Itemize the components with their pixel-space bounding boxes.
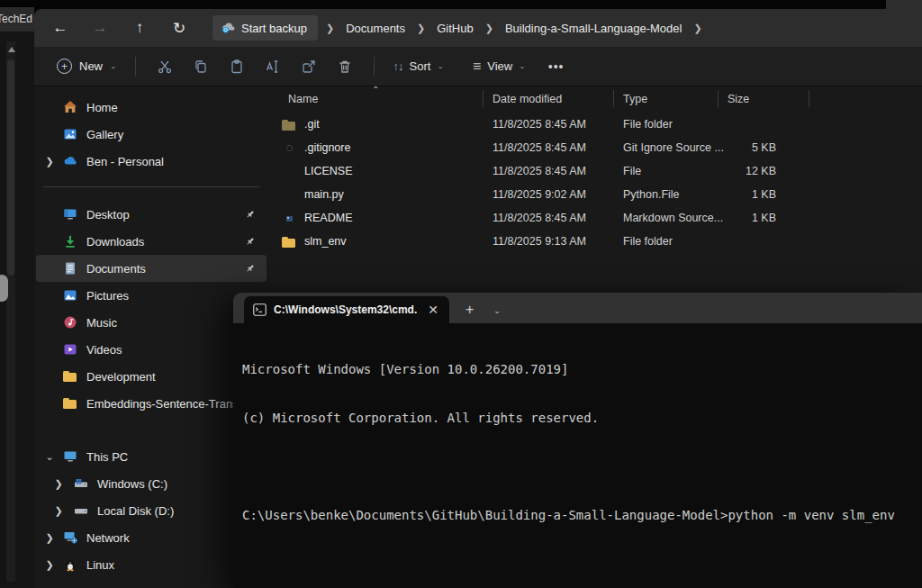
file-type: File [623, 165, 641, 177]
sidebar-item-documents[interactable]: Documents [36, 255, 267, 282]
file-date: 11/8/2025 8:45 AM [493, 212, 586, 224]
sidebar-label: Home [86, 101, 118, 114]
delete-button[interactable] [327, 52, 363, 81]
chevron-right-icon[interactable]: ❯ [52, 505, 65, 517]
cut-button[interactable] [147, 52, 183, 81]
file-name: README [304, 212, 352, 224]
sidebar-item-local-disk-d[interactable]: ❯ Local Disk (D:) [36, 497, 267, 524]
breadcrumb-item-documents[interactable]: Documents [342, 22, 409, 35]
file-date: 11/8/2025 8:45 AM [493, 118, 586, 131]
rename-button[interactable] [255, 52, 291, 81]
share-button[interactable] [291, 52, 327, 81]
file-row-git[interactable]: .git 11/8/2025 8:45 AM File folder [270, 113, 922, 137]
sidebar-item-pictures[interactable]: Pictures [36, 282, 267, 309]
file-row-readme[interactable]: README 11/8/2025 8:45 AM Markdown Source… [270, 207, 922, 231]
sidebar-item-network[interactable]: ❯ Network [36, 524, 267, 551]
sidebar-divider [43, 186, 259, 187]
up-button[interactable]: ↑ [124, 14, 155, 41]
desktop: { "background_window": { "title": "TechE… [0, 0, 922, 588]
pictures-icon [63, 288, 77, 303]
file-size: 1 KB [684, 212, 776, 224]
nav-buttons: ← → ↑ ↻ [45, 14, 194, 41]
network-icon [63, 530, 77, 545]
column-header-type[interactable]: Type [623, 93, 647, 105]
breadcrumb-trailing-chevron-icon[interactable]: ❯ [685, 23, 710, 34]
sidebar-label: Ben - Personal [86, 155, 164, 168]
sidebar-item-onedrive-personal[interactable]: ❯ Ben - Personal [36, 148, 267, 175]
music-icon [63, 315, 77, 330]
new-tab-button[interactable]: + [466, 302, 474, 318]
tab-dropdown-icon[interactable]: ⌄ [493, 306, 501, 315]
share-icon [301, 59, 317, 75]
sidebar-label: Gallery [86, 128, 123, 141]
column-header-date[interactable]: Date modified [493, 93, 562, 105]
sort-caret-icon: ⌄ [437, 63, 444, 70]
column-header-size[interactable]: Size [728, 93, 749, 105]
more-options-button[interactable]: ••• [548, 59, 565, 74]
close-tab-icon[interactable]: ✕ [424, 303, 442, 317]
new-button[interactable]: + New ⌄ [50, 53, 124, 79]
chevron-down-icon[interactable]: ⌄ [43, 451, 56, 463]
back-button[interactable]: ← [45, 14, 76, 41]
breadcrumb-onedrive-pill[interactable]: Start backup [212, 15, 318, 41]
terminal-line: C:\Users\benke\Documents\GitHub\Building… [242, 507, 922, 523]
breadcrumb-sep-icon: ❯ [477, 23, 502, 34]
sidebar-item-embeddings[interactable]: Embeddings-Sentence-Transformer [36, 390, 267, 417]
this-pc-icon [63, 449, 77, 464]
column-separator[interactable] [718, 90, 719, 107]
chevron-right-icon[interactable]: ❯ [43, 559, 56, 571]
file-row-gitignore[interactable]: .gitignore 11/8/2025 8:45 AM Git Ignore … [270, 137, 922, 160]
file-date: 11/8/2025 8:45 AM [493, 165, 586, 177]
sidebar-item-downloads[interactable]: Downloads [36, 228, 267, 255]
breadcrumb-sep-icon: ❯ [409, 23, 433, 34]
scroll-up-icon[interactable] [8, 47, 15, 52]
chevron-right-icon[interactable]: ❯ [43, 532, 56, 544]
chevron-right-icon[interactable]: ❯ [43, 156, 56, 167]
trash-icon [337, 59, 353, 75]
breadcrumb-item-repo[interactable]: Building-a-Small-Language-Model [502, 22, 686, 35]
refresh-icon: ↻ [173, 19, 185, 38]
sidebar-item-desktop[interactable]: Desktop [36, 201, 267, 228]
file-size: 12 KB [684, 165, 776, 177]
terminal-output[interactable]: Microsoft Windows [Version 10.0.26200.70… [233, 323, 922, 588]
pin-icon [245, 263, 256, 274]
sidebar-label: Videos [86, 343, 122, 357]
file-row-license[interactable]: LICENSE 11/8/2025 8:45 AM File 12 KB [270, 160, 922, 184]
refresh-button[interactable]: ↻ [164, 14, 194, 41]
file-type: File folder [623, 235, 673, 248]
column-separator[interactable] [483, 90, 484, 107]
column-header-name[interactable]: Name [288, 93, 318, 105]
breadcrumb-item-github[interactable]: GitHub [433, 22, 476, 35]
sidebar-item-development[interactable]: Development [36, 363, 267, 390]
column-separator[interactable] [613, 90, 614, 107]
sidebar-item-home[interactable]: Home [36, 94, 267, 121]
home-icon [63, 100, 77, 114]
new-caret-icon: ⌄ [110, 63, 117, 70]
sidebar-label: Documents [86, 262, 146, 276]
paste-button[interactable] [219, 52, 255, 81]
view-caret-icon: ⌄ [519, 63, 526, 70]
toolbar-divider [135, 57, 136, 77]
sidebar-item-windows-c[interactable]: ❯ Windows (C:) [36, 470, 267, 497]
sidebar-item-music[interactable]: Music [36, 309, 267, 336]
sidebar-item-videos[interactable]: Videos [36, 336, 267, 363]
copy-button[interactable] [183, 52, 219, 81]
windows-drive-icon [74, 476, 88, 491]
column-separator[interactable] [809, 90, 809, 107]
forward-button[interactable]: → [85, 14, 115, 41]
background-scrollbar-thumb[interactable] [7, 59, 14, 276]
terminal-tab-cmd[interactable]: C:\Windows\System32\cmd.e ✕ [244, 296, 449, 323]
file-list-header: ⌃ Name Date modified Type Size [270, 86, 922, 112]
chevron-right-icon[interactable]: ❯ [52, 478, 65, 490]
view-button[interactable]: ≡ View ⌄ [465, 53, 534, 80]
file-row-mainpy[interactable]: main.py 11/8/2025 9:02 AM Python.File 1 … [270, 184, 922, 207]
pin-icon [245, 209, 256, 220]
sidebar-item-linux[interactable]: ❯ Linux [36, 551, 267, 578]
file-row-slm-env[interactable]: slm_env 11/8/2025 9:13 AM File folder [270, 231, 922, 254]
background-window-titlebar: TechEd [0, 7, 34, 32]
sidebar-item-gallery[interactable]: Gallery [36, 121, 267, 148]
sidebar-label: Downloads [86, 235, 144, 249]
file-type: File folder [623, 118, 673, 131]
sort-button[interactable]: ↑↓ Sort ⌄ [385, 54, 452, 78]
sidebar-item-this-pc[interactable]: ⌄ This PC [36, 443, 267, 470]
